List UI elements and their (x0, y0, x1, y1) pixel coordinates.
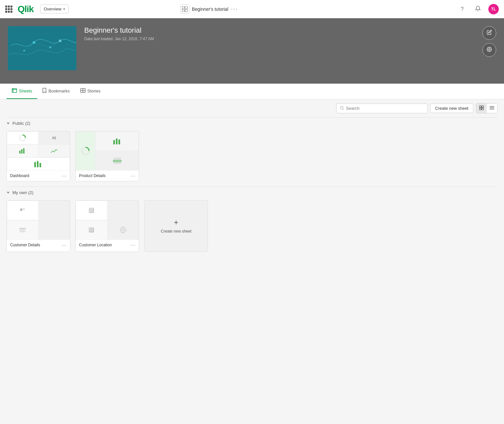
qlik-logo: Qlik (18, 4, 34, 14)
sheet-name-customer-details: Customer Details (10, 243, 40, 247)
sheet-name-product-details: Product Details (79, 173, 105, 178)
svg-point-19 (340, 106, 343, 109)
sheet-card-customer-details[interactable]: Customer Details ··· (7, 200, 70, 252)
app-dropdown-label: Overview (44, 7, 61, 11)
sheet-more-dashboard[interactable]: ··· (62, 173, 67, 178)
create-new-sheet-button[interactable]: Create new sheet (430, 104, 473, 113)
sheet-name-dashboard: Dashboard (10, 173, 29, 178)
sheets-tab-icon (12, 88, 17, 94)
thumb-cell (7, 131, 39, 144)
section-public-label: Public (2) (12, 121, 30, 126)
settings-button[interactable] (482, 43, 496, 57)
svg-rect-24 (482, 108, 484, 110)
thumb-cell (107, 220, 139, 240)
sheet-more-customer-details[interactable]: ··· (62, 242, 67, 248)
svg-rect-1 (185, 7, 187, 9)
thumb-cell (76, 220, 107, 240)
svg-rect-23 (480, 108, 481, 110)
svg-rect-31 (23, 148, 24, 154)
sheet-footer-product-details: Product Details ··· (76, 171, 139, 181)
tab-stories[interactable]: Stories (75, 84, 106, 99)
thumb-cell (107, 201, 139, 220)
sheet-card-product-details[interactable]: Product Details ··· (75, 131, 139, 181)
svg-rect-2 (182, 9, 184, 12)
nav-center: Beginner's tutorial ··· (180, 5, 238, 14)
sheet-more-customer-location[interactable]: ··· (131, 242, 135, 248)
search-icon (340, 106, 344, 111)
svg-rect-45 (19, 228, 26, 229)
section-public-header[interactable]: Public (2) (7, 117, 497, 128)
view-toggle (476, 103, 497, 113)
thumb-cell (39, 220, 70, 240)
sheet-footer-customer-details: Customer Details ··· (7, 240, 70, 250)
edit-app-button[interactable] (482, 26, 496, 40)
chevron-down-icon: ▾ (63, 7, 65, 11)
nav-more-button[interactable]: ··· (231, 6, 238, 12)
svg-rect-39 (113, 157, 121, 159)
bell-icon (475, 6, 481, 13)
section-myown-label: My own (2) (12, 190, 33, 195)
svg-rect-29 (19, 151, 21, 154)
sheet-card-customer-location[interactable]: Customer Location ··· (75, 200, 139, 252)
app-dropdown[interactable]: Overview ▾ (40, 5, 69, 13)
hero-info: Beginner's tutorial Data last loaded: Ja… (84, 26, 154, 41)
app-switcher-button[interactable] (5, 6, 12, 13)
main-content: Create new sheet (0, 99, 504, 264)
svg-rect-46 (19, 230, 26, 231)
sheet-thumbnail-customer-location (76, 201, 139, 240)
svg-point-43 (20, 208, 23, 211)
sheet-footer-dashboard: Dashboard ··· (7, 171, 70, 181)
thumb-cell (95, 131, 139, 151)
tab-bookmarks[interactable]: Bookmarks (37, 84, 75, 99)
sheet-name-customer-location: Customer Location (79, 243, 112, 247)
search-input[interactable] (346, 106, 424, 111)
sheet-card-dashboard[interactable]: #1 Dashboard ··· (7, 131, 70, 181)
svg-rect-30 (21, 149, 23, 154)
thumb-cell (7, 144, 39, 157)
list-view-button[interactable] (487, 104, 497, 113)
svg-rect-40 (113, 160, 121, 162)
svg-rect-32 (34, 162, 36, 167)
tab-sheets-label: Sheets (19, 89, 32, 93)
svg-rect-37 (116, 139, 118, 144)
myown-sheets-grid: Customer Details ··· (7, 198, 497, 257)
thumb-cell (7, 220, 39, 240)
pencil-icon (487, 30, 492, 36)
tabs-bar: Sheets Bookmarks Stories (0, 84, 504, 99)
app-icon (180, 5, 189, 14)
svg-rect-42 (113, 163, 121, 164)
svg-rect-22 (482, 106, 484, 108)
svg-rect-33 (37, 161, 39, 167)
svg-rect-13 (12, 89, 17, 92)
chevron-down-icon (7, 190, 10, 195)
chevron-down-icon (7, 121, 10, 126)
search-box[interactable] (336, 104, 428, 113)
thumb-cell (95, 151, 139, 171)
bookmarks-tab-icon (42, 88, 46, 94)
toolbar: Create new sheet (7, 99, 497, 117)
nav-app-title: Beginner's tutorial (192, 7, 228, 12)
public-sheets-grid: #1 Dashboard ··· (7, 128, 497, 187)
list-icon (490, 106, 494, 111)
svg-rect-47 (19, 231, 26, 232)
svg-point-44 (23, 208, 25, 210)
svg-rect-4 (8, 26, 76, 70)
plus-icon: + (174, 219, 178, 226)
thumb-cell (76, 131, 95, 171)
grid-view-button[interactable] (476, 104, 487, 113)
help-button[interactable]: ? (457, 4, 467, 14)
sheet-more-product-details[interactable]: ··· (131, 173, 135, 178)
section-myown-header[interactable]: My own (2) (7, 187, 497, 198)
thumb-cell: #1 (39, 131, 70, 144)
help-icon: ? (461, 6, 464, 12)
hero-section: Beginner's tutorial Data last loaded: Ja… (0, 18, 504, 84)
notifications-button[interactable] (473, 4, 483, 14)
create-new-sheet-card[interactable]: + Create new sheet (144, 200, 208, 252)
app-title: Beginner's tutorial (84, 26, 154, 35)
svg-rect-36 (113, 140, 115, 144)
grid-icon (479, 106, 484, 111)
svg-rect-3 (185, 9, 187, 12)
svg-line-20 (343, 109, 343, 109)
user-avatar[interactable]: TL (488, 4, 499, 14)
tab-sheets[interactable]: Sheets (7, 84, 37, 99)
